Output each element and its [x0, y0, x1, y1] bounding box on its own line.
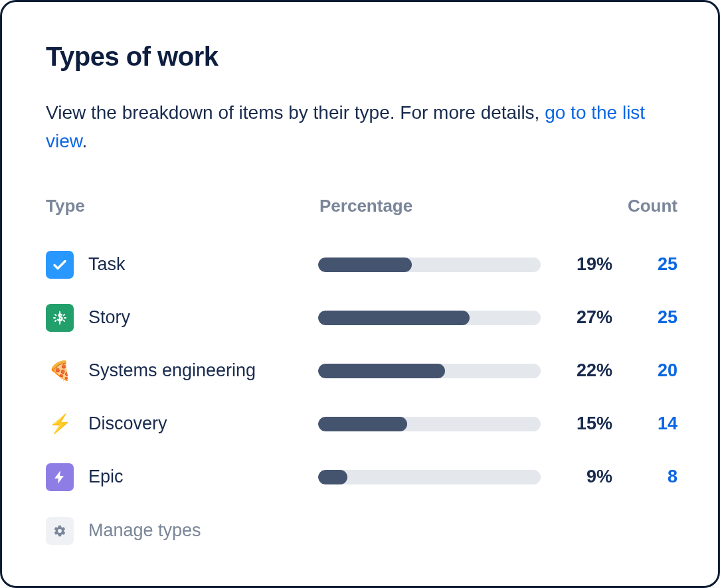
epic-icon [46, 463, 74, 491]
percentage-value: 19% [541, 254, 620, 275]
table-header: Type Percentage Count [46, 193, 674, 220]
percentage-value: 27% [541, 307, 620, 328]
task-icon [46, 251, 74, 279]
count-link[interactable]: 8 [668, 467, 677, 486]
percentage-value: 15% [541, 413, 620, 434]
type-label: Story [88, 307, 130, 328]
col-header-type: Type [46, 196, 318, 216]
percentage-bar-fill [318, 257, 412, 272]
percentage-bar [318, 364, 541, 378]
percentage-bar [318, 417, 541, 431]
percentage-bar-fill [318, 417, 407, 431]
gear-icon [46, 517, 74, 545]
lightning-icon: ⚡ [46, 410, 74, 438]
manage-types-button[interactable]: Manage types [46, 517, 674, 545]
story-icon [46, 304, 74, 332]
work-types-table: Type Percentage Count Task 19% 25 [46, 193, 674, 545]
subtitle-prefix: View the breakdown of items by their typ… [46, 102, 545, 123]
type-label: Task [88, 254, 126, 275]
subtitle-suffix: . [82, 131, 87, 151]
percentage-value: 22% [541, 360, 620, 381]
table-row: 🍕 Systems engineering 22% 20 [46, 344, 674, 398]
count-link[interactable]: 25 [658, 307, 677, 327]
count-link[interactable]: 25 [658, 254, 677, 274]
manage-types-label: Manage types [88, 520, 201, 541]
page-title: Types of work [46, 42, 674, 72]
pizza-icon: 🍕 [46, 357, 74, 385]
type-label: Systems engineering [88, 360, 256, 381]
count-link[interactable]: 14 [658, 413, 677, 433]
percentage-bar [318, 257, 541, 272]
subtitle: View the breakdown of items by their typ… [46, 98, 674, 156]
col-header-percentage: Percentage [318, 196, 541, 216]
percentage-bar-fill [318, 470, 347, 484]
type-label: Epic [88, 467, 124, 487]
count-link[interactable]: 20 [658, 360, 677, 380]
percentage-bar [318, 311, 541, 325]
table-row: Story 27% 25 [46, 291, 674, 344]
percentage-bar-fill [318, 311, 470, 325]
table-row: ⚡ Discovery 15% 14 [46, 398, 674, 451]
table-row: Epic 9% 8 [46, 451, 674, 504]
types-of-work-card: Types of work View the breakdown of item… [0, 0, 720, 588]
col-header-count: Count [620, 196, 677, 216]
type-label: Discovery [88, 413, 167, 434]
table-row: Task 19% 25 [46, 238, 674, 291]
percentage-value: 9% [541, 467, 620, 487]
percentage-bar-fill [318, 364, 445, 378]
percentage-bar [318, 470, 541, 484]
